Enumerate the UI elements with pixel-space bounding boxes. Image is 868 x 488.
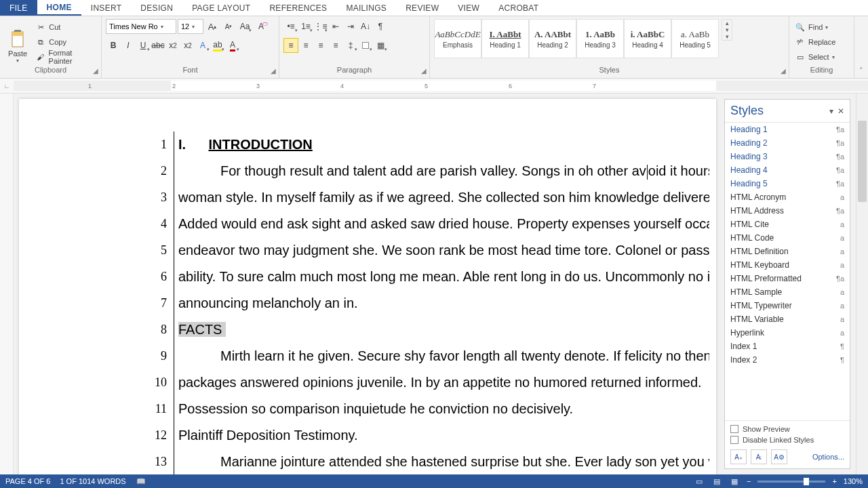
tab-file[interactable]: FILE <box>0 0 37 16</box>
tab-selector[interactable]: ∟ <box>0 79 14 93</box>
justify-button[interactable]: ≡ <box>328 38 343 53</box>
pane-close-icon[interactable]: ✕ <box>837 106 844 116</box>
copy-button[interactable]: ⧉ Copy <box>34 35 97 49</box>
style-inspector-button[interactable]: Aᵢ <box>751 449 767 464</box>
styles-options-link[interactable]: Options... <box>812 453 844 461</box>
font-size-combo[interactable]: 12▾ <box>178 19 203 34</box>
pane-style-html-preformatted[interactable]: HTML Preformatted¶a <box>725 272 850 285</box>
italic-button[interactable]: I <box>121 38 136 53</box>
new-style-button[interactable]: A₊ <box>730 449 747 464</box>
clear-formatting-button[interactable]: A⬭ <box>254 19 269 34</box>
tab-home[interactable]: HOME <box>37 0 81 16</box>
strikethrough-button[interactable]: abc <box>151 38 165 53</box>
vertical-scrollbar[interactable] <box>856 94 868 474</box>
spellcheck-icon[interactable]: 📖 <box>136 476 146 486</box>
pane-style-html-code[interactable]: HTML Codea <box>725 231 850 245</box>
zoom-level[interactable]: 130% <box>844 477 863 485</box>
multilevel-button[interactable]: ⋮≡▾ <box>313 19 328 34</box>
cut-button[interactable]: ✂ Cut <box>34 20 97 34</box>
replace-button[interactable]: ᵃ⁄ᵇReplace <box>793 35 837 49</box>
pane-style-html-variable[interactable]: HTML Variablea <box>725 312 850 326</box>
styles-dialog-icon[interactable]: ◢ <box>781 67 786 75</box>
zoom-slider[interactable] <box>757 481 825 483</box>
format-painter-button[interactable]: 🖌 Format Painter <box>34 50 97 64</box>
font-dialog-icon[interactable]: ◢ <box>271 67 276 75</box>
gallery-up-button[interactable]: ▴ <box>722 20 732 26</box>
grow-font-button[interactable]: A▴ <box>205 19 220 34</box>
pane-style-heading-5[interactable]: Heading 5¶a <box>725 177 850 190</box>
pane-style-index-2[interactable]: Index 2¶ <box>725 353 850 367</box>
tab-acrobat[interactable]: ACROBAT <box>489 0 548 16</box>
disable-linked-checkbox[interactable]: Disable Linked Styles <box>730 436 844 444</box>
show-marks-button[interactable]: ¶ <box>373 19 388 34</box>
superscript-button[interactable]: x2 <box>180 38 195 53</box>
print-layout-icon[interactable]: ▤ <box>711 476 722 486</box>
font-name-combo[interactable]: Times New Ro▾ <box>106 19 176 34</box>
pane-style-html-acronym[interactable]: HTML Acronyma <box>725 190 850 204</box>
pane-style-html-typewriter[interactable]: HTML Typewritera <box>725 299 850 312</box>
pane-style-heading-1[interactable]: Heading 1¶a <box>725 123 850 136</box>
decrease-indent-button[interactable]: ⇤ <box>328 19 343 34</box>
shading-button[interactable]: ▾ <box>358 38 373 53</box>
show-preview-checkbox[interactable]: Show Preview <box>730 425 844 433</box>
tab-mailings[interactable]: MAILINGS <box>336 0 396 16</box>
tab-references[interactable]: REFERENCES <box>260 0 336 16</box>
pane-style-html-definition[interactable]: HTML Definitiona <box>725 245 850 258</box>
shrink-font-button[interactable]: A▾ <box>221 19 236 34</box>
select-button[interactable]: ▭Select▾ <box>793 50 837 64</box>
tab-insert[interactable]: INSERT <box>81 0 132 16</box>
bullets-button[interactable]: •≡▾ <box>283 19 298 34</box>
font-color-button[interactable]: A▾ <box>225 38 240 53</box>
clipboard-dialog-icon[interactable]: ◢ <box>93 67 98 75</box>
tab-view[interactable]: VIEW <box>448 0 489 16</box>
status-page[interactable]: PAGE 4 OF 6 <box>5 477 50 485</box>
text-effects-button[interactable]: A▾ <box>195 38 210 53</box>
find-button[interactable]: 🔍Find▾ <box>793 20 837 34</box>
pane-style-heading-2[interactable]: Heading 2¶a <box>725 136 850 150</box>
borders-button[interactable]: ▦▾ <box>373 38 388 53</box>
highlight-button[interactable]: ab▾ <box>210 38 225 53</box>
manage-styles-button[interactable]: A⚙ <box>771 449 787 464</box>
tab-design[interactable]: DESIGN <box>131 0 182 16</box>
numbering-button[interactable]: 1≡▾ <box>298 19 313 34</box>
read-mode-icon[interactable]: ▭ <box>694 476 705 486</box>
document-area[interactable]: 12345678910111213 I. INTRODUCTIONFor tho… <box>14 94 722 474</box>
collapse-ribbon-button[interactable]: ˄ <box>854 16 868 78</box>
status-words[interactable]: 1 OF 1014 WORDS <box>60 477 125 485</box>
paste-button[interactable]: Paste ▾ <box>4 19 31 64</box>
underline-button[interactable]: U▾ <box>136 38 151 53</box>
subscript-button[interactable]: x2 <box>165 38 180 53</box>
pane-style-heading-3[interactable]: Heading 3¶a <box>725 150 850 163</box>
pane-style-index-1[interactable]: Index 1¶ <box>725 340 850 353</box>
pane-dropdown-icon[interactable]: ▾ <box>829 106 833 116</box>
gallery-more-button[interactable]: ▾ <box>722 33 732 40</box>
style-heading-5[interactable]: a. AaBbHeading 5 <box>671 19 719 58</box>
pane-style-hyperlink[interactable]: Hyperlinka <box>725 326 850 340</box>
zoom-out-button[interactable]: − <box>747 477 751 485</box>
pane-style-html-cite[interactable]: HTML Citea <box>725 218 850 231</box>
line-spacing-button[interactable]: ‡▾ <box>343 38 358 53</box>
web-layout-icon[interactable]: ▦ <box>729 476 740 486</box>
zoom-in-button[interactable]: + <box>832 477 836 485</box>
scrollbar-thumb[interactable] <box>858 121 867 202</box>
vertical-ruler[interactable] <box>0 94 14 474</box>
bold-button[interactable]: B <box>106 38 121 53</box>
align-right-button[interactable]: ≡ <box>313 38 328 53</box>
tab-page-layout[interactable]: PAGE LAYOUT <box>182 0 260 16</box>
style-emphasis[interactable]: AaBbCcDdEEmphasis <box>434 19 481 58</box>
pane-style-heading-4[interactable]: Heading 4¶a <box>725 163 850 177</box>
pane-style-html-sample[interactable]: HTML Samplea <box>725 285 850 299</box>
change-case-button[interactable]: Aa▾ <box>237 19 252 34</box>
style-heading-3[interactable]: 1. AaBbHeading 3 <box>576 19 624 58</box>
gallery-down-button[interactable]: ▾ <box>722 26 732 33</box>
align-left-button[interactable]: ≡ <box>283 38 298 53</box>
paragraph-dialog-icon[interactable]: ◢ <box>421 67 427 75</box>
tab-review[interactable]: REVIEW <box>396 0 448 16</box>
style-heading-2[interactable]: A. AABbtHeading 2 <box>529 19 576 58</box>
align-center-button[interactable]: ≡ <box>298 38 313 53</box>
horizontal-ruler[interactable]: 1234567 <box>14 81 868 91</box>
style-heading-4[interactable]: i. AaBbCHeading 4 <box>624 19 671 58</box>
document-text[interactable]: I. INTRODUCTIONFor though result and tal… <box>174 131 711 474</box>
style-heading-1[interactable]: I. AaBbtHeading 1 <box>481 19 529 58</box>
sort-button[interactable]: A↓ <box>358 19 373 34</box>
